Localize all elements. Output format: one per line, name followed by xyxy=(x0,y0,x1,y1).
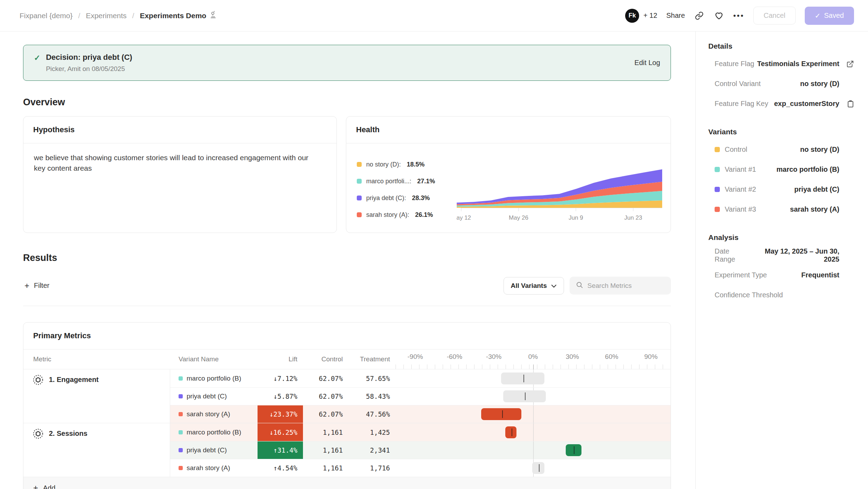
confidence-interval-bar xyxy=(481,408,521,420)
clipboard-copy-icon[interactable] xyxy=(845,100,854,108)
confidence-interval-cell xyxy=(396,441,671,459)
variants-dropdown[interactable]: All Variants xyxy=(504,277,564,295)
variant-color-swatch xyxy=(715,167,720,172)
search-metrics-input[interactable] xyxy=(587,282,665,290)
mean-tick xyxy=(539,464,540,472)
metric-row[interactable]: marco portfolio (B) ↓7.12% 62.07% 57.65% xyxy=(170,369,671,387)
copy-link-icon[interactable] xyxy=(694,10,704,21)
metric-row[interactable]: priya debt (C) ↓5.87% 62.07% 58.43% xyxy=(170,387,671,405)
lift-value: ↑4.54% xyxy=(258,459,303,477)
cancel-button[interactable]: Cancel xyxy=(753,7,795,24)
health-card: Health no story (D): 18.5% marco portf xyxy=(346,116,671,233)
variant-row-2: Variant #2 priya debt (C) xyxy=(708,179,854,199)
variant-color-swatch xyxy=(179,376,183,381)
lift-value: ↑31.4% xyxy=(258,441,303,459)
hypothesis-title: Hypothesis xyxy=(33,125,75,134)
metric-cell: 2. Sessions xyxy=(23,423,170,477)
metric-name[interactable]: 1. Engagement xyxy=(49,376,99,384)
confidence-interval-bar xyxy=(532,462,545,474)
decision-check-icon: ✓ xyxy=(34,54,40,63)
add-filter-button[interactable]: + Filter xyxy=(23,278,51,293)
control-value: 1,161 xyxy=(303,459,348,477)
column-lift: Lift xyxy=(258,355,303,363)
confidence-interval-bar xyxy=(505,426,517,438)
breadcrumb-experiments[interactable]: Experiments xyxy=(86,12,127,20)
share-button[interactable]: Share xyxy=(666,12,685,20)
metric-name[interactable]: 2. Sessions xyxy=(49,430,87,438)
metric-group-sessions: 2. Sessions marco portfolio (B) ↓16.25% … xyxy=(23,423,671,477)
legend-swatch xyxy=(357,179,362,184)
legend-swatch xyxy=(357,212,362,217)
collaborator-count[interactable]: + 12 xyxy=(643,12,657,20)
plus-icon: + xyxy=(24,282,29,290)
mean-tick xyxy=(512,428,512,436)
column-metric: Metric xyxy=(23,355,170,363)
chevron-down-icon xyxy=(551,282,557,290)
metric-row[interactable]: priya debt (C) ↑31.4% 1,161 2,341 xyxy=(170,441,671,459)
legend-item-control[interactable]: no story (D): 18.5% xyxy=(357,156,457,173)
mean-tick xyxy=(502,410,503,418)
page-title: Experiments Demo xyxy=(140,12,206,20)
legend-item-variant3[interactable]: sarah story (A): 26.1% xyxy=(357,206,457,223)
confidence-interval-cell xyxy=(396,405,671,423)
treatment-value: 58.43% xyxy=(348,388,396,405)
detail-row-feature-flag: Feature Flag Testimonials Experiment xyxy=(708,54,854,74)
saved-button[interactable]: ✓ Saved xyxy=(805,7,854,25)
variant-color-swatch xyxy=(179,448,183,452)
details-heading: Details xyxy=(708,42,854,50)
search-metrics-box[interactable] xyxy=(570,277,671,295)
avatar[interactable]: Fk xyxy=(625,9,639,23)
variant-color-swatch xyxy=(179,394,183,398)
breadcrumb: Fixpanel {demo} / Experiments / Experime… xyxy=(20,11,217,20)
control-value: 62.07% xyxy=(303,369,348,387)
hypothesis-text: we believe that showing customer stories… xyxy=(23,143,331,183)
analysis-heading: Analysis xyxy=(708,233,854,242)
primary-metrics-card: Primary Metrics Metric Variant Name Lift… xyxy=(23,322,671,489)
mean-tick xyxy=(523,375,524,382)
analysis-row-date-range: Date Range May 12, 2025 – Jun 30, 2025 xyxy=(708,245,854,265)
health-legend: no story (D): 18.5% marco portfoli...: 2… xyxy=(357,151,457,223)
confidence-interval-cell xyxy=(396,388,671,405)
legend-item-variant2[interactable]: priya debt (C): 28.3% xyxy=(357,190,457,206)
external-link-icon[interactable] xyxy=(845,60,854,68)
favorite-heart-icon[interactable] xyxy=(714,10,724,21)
check-icon: ✓ xyxy=(815,12,821,20)
legend-swatch xyxy=(357,162,362,167)
variant-color-swatch xyxy=(179,466,183,470)
analysis-row-confidence-threshold: Confidence Threshold xyxy=(708,285,854,305)
legend-item-variant1[interactable]: marco portfoli...: 27.1% xyxy=(357,173,457,190)
add-metric-button[interactable]: + Add xyxy=(23,477,671,489)
section-divider xyxy=(23,306,671,306)
column-control: Control xyxy=(303,355,348,363)
variant-color-swatch xyxy=(179,412,183,416)
metric-row[interactable]: sarah story (A) ↑4.54% 1,161 1,716 xyxy=(170,459,671,477)
microscope-icon xyxy=(210,11,217,20)
confidence-interval-bar xyxy=(566,444,581,456)
metric-cell: 1. Engagement xyxy=(23,369,170,423)
edit-log-button[interactable]: Edit Log xyxy=(635,59,660,67)
breadcrumb-current: Experiments Demo xyxy=(140,11,217,20)
breadcrumb-project[interactable]: Fixpanel {demo} xyxy=(20,12,73,20)
axis-ruler xyxy=(396,364,671,369)
treatment-value: 57.65% xyxy=(348,369,396,387)
metric-row[interactable]: sarah story (A) ↓23.37% 62.07% 47.56% xyxy=(170,405,671,423)
top-bar: Fixpanel {demo} / Experiments / Experime… xyxy=(0,0,868,31)
analysis-row-experiment-type: Experiment Type Frequentist xyxy=(708,265,854,285)
metric-target-icon xyxy=(32,428,44,439)
right-sidebar: Details Feature Flag Testimonials Experi… xyxy=(695,31,868,489)
confidence-interval-cell xyxy=(396,459,671,477)
control-value: 1,161 xyxy=(303,441,348,459)
lift-value: ↓16.25% xyxy=(258,423,303,441)
variants-heading: Variants xyxy=(708,128,854,136)
variant-color-swatch xyxy=(715,207,720,212)
svg-text:Jun 9: Jun 9 xyxy=(569,214,583,221)
details-section: Details Feature Flag Testimonials Experi… xyxy=(708,42,854,114)
confidence-interval-cell xyxy=(396,423,671,441)
decision-banner: ✓ Decision: priya debt (C) Picker, Amit … xyxy=(23,45,671,81)
more-options-button[interactable]: ••• xyxy=(733,11,744,20)
feature-flag-link[interactable]: Testimonials Experiment xyxy=(757,60,839,68)
confidence-interval-bar xyxy=(503,390,546,402)
variant-color-swatch xyxy=(179,430,183,434)
health-title: Health xyxy=(356,125,379,134)
metric-row[interactable]: marco portfolio (B) ↓16.25% 1,161 1,425 xyxy=(170,423,671,441)
